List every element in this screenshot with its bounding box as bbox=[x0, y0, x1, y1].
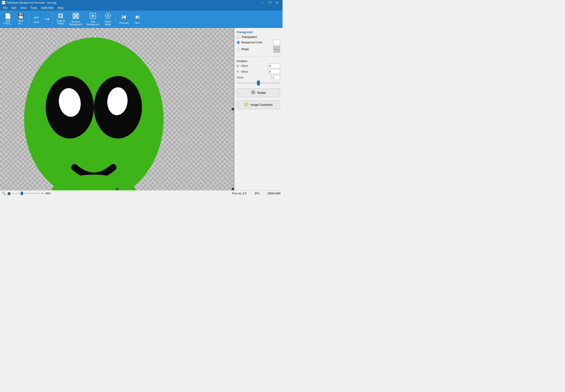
minimize-button[interactable]: ─ bbox=[260, 0, 266, 5]
image-correction-button[interactable]: Image Correction bbox=[237, 100, 280, 109]
zoom-label: Zoom bbox=[237, 76, 244, 79]
svg-point-24 bbox=[253, 90, 254, 91]
background-color-row: Background Color bbox=[237, 40, 280, 45]
zoom-input[interactable] bbox=[271, 75, 280, 80]
svg-point-26 bbox=[246, 104, 247, 105]
image-correction-icon bbox=[244, 102, 248, 108]
image-dimensions: 2000x1500 bbox=[268, 192, 281, 195]
remove-background-button[interactable]: Remove Background bbox=[67, 12, 84, 27]
canvas-area[interactable] bbox=[0, 28, 234, 190]
rotate-label: Rotate bbox=[257, 91, 266, 95]
add-files-button[interactable]: 📄 Add File(s)... bbox=[1, 12, 14, 27]
save-as-button[interactable]: 💾 Save as... bbox=[14, 12, 27, 27]
resize-handle-br[interactable] bbox=[232, 188, 234, 190]
svg-marker-11 bbox=[136, 15, 139, 19]
redo-button[interactable]: ↪ bbox=[43, 12, 51, 27]
status-sep-2 bbox=[263, 191, 264, 195]
svg-rect-20 bbox=[275, 47, 279, 52]
add-background-button[interactable]: Add Background bbox=[85, 12, 101, 27]
menu-view[interactable]: View bbox=[18, 5, 29, 11]
undo-icon: ↩ bbox=[34, 15, 39, 20]
zoom-minus-button[interactable]: − bbox=[12, 191, 15, 195]
y-offset-input[interactable] bbox=[268, 69, 280, 74]
right-panel: Foregrond Transparent Background Color P… bbox=[234, 28, 283, 190]
x-offset-input[interactable] bbox=[268, 63, 280, 68]
redo-icon: ↪ bbox=[45, 17, 49, 22]
next-button[interactable]: Next bbox=[131, 12, 144, 27]
x-offset-label: X - Offset bbox=[237, 64, 248, 67]
titlebar-title: SoftOrbits Background Remover - face.jpg bbox=[7, 1, 57, 4]
batch-mode-button[interactable]: Batch Mode bbox=[102, 12, 114, 27]
foreground-title: Foregrond bbox=[237, 30, 280, 34]
menu-edit[interactable]: Edit bbox=[9, 5, 18, 11]
menu-tools[interactable]: Tools bbox=[29, 5, 39, 11]
background-color-preview[interactable] bbox=[273, 40, 280, 45]
restore-button[interactable]: ❐ bbox=[267, 0, 273, 5]
toolbar-sep-3 bbox=[116, 13, 116, 26]
photo-label: Photo bbox=[241, 48, 249, 51]
svg-point-23 bbox=[252, 92, 254, 93]
previous-label: Previous bbox=[119, 22, 129, 24]
remove-background-icon bbox=[73, 13, 79, 20]
foreground-section: Foregrond Transparent Background Color P… bbox=[237, 30, 280, 54]
menu-help[interactable]: Help bbox=[56, 5, 65, 11]
main-layout: Foregrond Transparent Background Color P… bbox=[0, 28, 283, 190]
menu-file[interactable]: File bbox=[1, 5, 9, 11]
transparent-label: Transparent bbox=[241, 35, 257, 39]
file-format: JPG bbox=[254, 192, 260, 195]
y-offset-label: Y - Offset bbox=[237, 70, 248, 73]
rotate-button[interactable]: Rotate bbox=[237, 88, 280, 97]
resize-handle-mr[interactable] bbox=[232, 108, 234, 110]
toolbar-sep-1 bbox=[29, 13, 29, 26]
view-mode-icon[interactable]: 🔍 bbox=[2, 191, 6, 195]
batch-mode-label: Batch Mode bbox=[105, 20, 111, 26]
undo-button[interactable]: ↩ Undo bbox=[30, 12, 43, 27]
menubar: File Edit View Tools SoftOrbits Help bbox=[0, 5, 283, 11]
original-image-icon: 🖼 bbox=[58, 14, 63, 19]
statusbar-zoom-thumb[interactable] bbox=[21, 192, 23, 195]
background-color-radio[interactable] bbox=[237, 41, 240, 44]
menu-softorbits[interactable]: SoftOrbits bbox=[39, 5, 56, 11]
svg-line-32 bbox=[247, 106, 248, 106]
alien-image bbox=[19, 30, 168, 190]
photo-preview[interactable] bbox=[273, 46, 280, 53]
previous-button[interactable]: Previous bbox=[117, 12, 131, 27]
original-image-label: Original Image bbox=[57, 19, 65, 25]
close-button[interactable]: ✕ bbox=[274, 0, 281, 5]
y-offset-row: Y - Offset bbox=[237, 69, 280, 74]
svg-line-34 bbox=[245, 106, 245, 106]
svg-point-13 bbox=[24, 38, 164, 190]
statusbar-right: Time (s): 0.0 JPG 2000x1500 bbox=[232, 191, 281, 195]
svg-line-33 bbox=[247, 103, 248, 103]
save-as-label: Save as... bbox=[18, 19, 24, 25]
zoom-row: Zoom bbox=[237, 75, 280, 80]
x-offset-row: X - Offset bbox=[237, 63, 280, 68]
window-controls: ─ ❐ ✕ bbox=[260, 0, 281, 5]
toolbar-sep-2 bbox=[53, 13, 53, 26]
statusbar: 🔍 ▦ − + 60% Time (s): 0.0 JPG 2000x1500 bbox=[0, 190, 283, 196]
view-grid-icon[interactable]: ▦ bbox=[7, 191, 11, 195]
app-icon: SO bbox=[2, 1, 5, 4]
divider-1 bbox=[237, 56, 280, 57]
photo-radio[interactable] bbox=[237, 48, 240, 51]
zoom-control: − + bbox=[12, 191, 44, 195]
next-icon bbox=[134, 14, 141, 21]
next-label: Next bbox=[135, 22, 140, 24]
svg-point-22 bbox=[251, 91, 255, 94]
transparent-row: Transparent bbox=[237, 35, 280, 39]
rotate-icon bbox=[251, 90, 255, 96]
add-background-icon bbox=[90, 13, 96, 20]
add-files-label: Add File(s)... bbox=[3, 19, 12, 25]
statusbar-left: 🔍 ▦ − + 60% bbox=[2, 191, 229, 195]
status-sep-1 bbox=[250, 191, 250, 195]
transparent-radio[interactable] bbox=[237, 36, 240, 39]
zoom-slider[interactable] bbox=[237, 83, 280, 84]
statusbar-zoom-track[interactable] bbox=[16, 193, 40, 194]
save-as-icon: 💾 bbox=[17, 14, 24, 19]
resize-handle-bm[interactable] bbox=[116, 188, 118, 190]
image-correction-label: Image Correction bbox=[250, 103, 273, 107]
svg-marker-9 bbox=[123, 15, 126, 19]
zoom-plus-button[interactable]: + bbox=[41, 191, 44, 195]
undo-label: Undo bbox=[33, 21, 39, 24]
original-image-button[interactable]: 🖼 Original Image bbox=[54, 12, 67, 27]
